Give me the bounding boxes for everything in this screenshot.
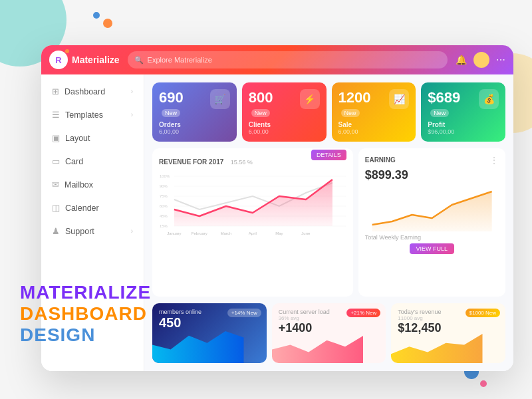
dashboard-icon: ⊞: [52, 86, 59, 96]
logo-letter: R: [55, 55, 61, 65]
sidebar-label-calender: Calender: [65, 203, 99, 213]
sidebar-item-calender[interactable]: ◫ Calender: [41, 196, 144, 219]
clients-icon: ⚡: [300, 89, 320, 109]
chevron-icon-3: ›: [131, 227, 133, 235]
members-badge: +14% New: [227, 309, 261, 317]
logo: R: [49, 51, 68, 69]
sidebar-item-support[interactable]: ♟ Support ›: [41, 219, 144, 243]
brand-line2: DASHBOARD: [20, 303, 151, 325]
svg-text:75%: 75%: [160, 194, 168, 198]
earning-more-icon[interactable]: ⋮: [489, 155, 499, 166]
stat-card-orders: 🛒 690 New Orders 6,00,00: [152, 82, 237, 142]
sale-sub: 6,00,00: [338, 128, 410, 135]
earning-amount: $899.39: [365, 168, 499, 182]
bottom-card-members: members online 450 +14% New: [152, 303, 267, 363]
sidebar-item-mailbox[interactable]: ✉ Mailbox: [41, 173, 144, 196]
svg-text:April: April: [249, 231, 257, 235]
chevron-icon: ›: [131, 88, 133, 95]
dot-decoration-blue: [93, 12, 100, 19]
sidebar-item-card[interactable]: ▭ Card: [41, 150, 144, 173]
charts-row: REVENUE FOR 2017 15.56 % DETAILS 100% 90…: [152, 148, 505, 297]
sale-badge: New: [341, 109, 360, 117]
svg-text:January: January: [167, 231, 181, 235]
stat-card-profit: 💰 $689 New Profit $96,00,00: [421, 82, 505, 142]
sale-label: Sale: [338, 121, 410, 128]
stat-cards: 🛒 690 New Orders 6,00,00 ⚡ 800 New Clien…: [152, 82, 505, 142]
bottom-card-server: Current server load 36% avg +1400 +21% N…: [272, 303, 386, 363]
revenue-badge: $1000 New: [466, 309, 500, 317]
logo-dot: [65, 49, 69, 53]
svg-text:February: February: [192, 231, 207, 235]
earning-chart-panel: EARNING ⋮ $899.39 T: [358, 148, 505, 297]
revenue-number: $12,450: [398, 321, 499, 335]
grid-icon[interactable]: ⋯: [496, 55, 505, 65]
revenue-chart-title: REVENUE FOR 2017: [159, 158, 223, 166]
revenue-chart-panel: REVENUE FOR 2017 15.56 % DETAILS 100% 90…: [152, 148, 353, 297]
chevron-icon-2: ›: [131, 111, 133, 118]
sale-icon: 📈: [389, 89, 409, 109]
search-icon: 🔍: [134, 56, 144, 65]
server-number: +1400: [279, 321, 380, 335]
orders-badge: New: [162, 109, 180, 117]
brand-line1: MATERIALIZE: [20, 282, 151, 303]
bottom-cards: members online 450 +14% New: [152, 303, 505, 363]
members-number: 450: [159, 315, 260, 331]
stat-card-clients: ⚡ 800 New Clients 6,00,00: [242, 82, 327, 142]
header-icons: 🔔 ⋯: [456, 52, 505, 68]
mailbox-icon: ✉: [52, 180, 59, 190]
svg-text:90%: 90%: [160, 184, 168, 188]
svg-marker-12: [174, 180, 332, 226]
earning-chart-title: EARNING: [365, 156, 396, 164]
templates-icon: ☰: [52, 110, 60, 120]
clients-sub: 6,00,00: [249, 128, 320, 135]
svg-text:45%: 45%: [160, 214, 168, 218]
sidebar-label-dashboard: Dashboard: [65, 87, 105, 96]
svg-text:June: June: [301, 231, 311, 235]
svg-text:60%: 60%: [160, 204, 168, 208]
bell-icon[interactable]: 🔔: [456, 55, 467, 65]
bottom-card-revenue: Today's revenue 11000 avg $12,450 $1000 …: [391, 303, 505, 363]
search-placeholder: Explore Matrerialize: [148, 56, 212, 64]
earning-svg: [365, 185, 499, 231]
clients-label: Clients: [249, 121, 320, 128]
main-content: 🛒 690 New Orders 6,00,00 ⚡ 800 New Clien…: [144, 74, 513, 371]
support-icon: ♟: [52, 226, 60, 236]
svg-text:May: May: [275, 231, 283, 235]
orders-icon: 🛒: [210, 89, 230, 109]
view-full-button[interactable]: VIEW FULL: [410, 243, 455, 254]
header: R Materialize 🔍 Explore Matrerialize 🔔 ⋯: [41, 45, 513, 74]
profit-label: Profit: [428, 121, 499, 128]
sidebar-label-card: Card: [65, 157, 83, 166]
earning-sub: Total Weekly Earning: [365, 234, 499, 241]
sidebar-label-mailbox: Mailbox: [65, 180, 93, 190]
sidebar-item-templates[interactable]: ☰ Templates ›: [41, 103, 144, 126]
app-name: Materialize: [72, 55, 120, 65]
calender-icon: ◫: [52, 203, 60, 213]
svg-text:March: March: [221, 231, 232, 235]
dot-decoration-orange: [103, 19, 112, 28]
profit-sub: $96,00,00: [428, 128, 499, 135]
sidebar-label-templates: Templates: [65, 110, 103, 120]
layout-icon: ▣: [52, 133, 60, 143]
avatar[interactable]: [473, 52, 489, 68]
sidebar-item-layout[interactable]: ▣ Layout: [41, 126, 144, 150]
revenue-chart-subtitle: 15.56 %: [231, 159, 253, 166]
revenue-svg: 100% 90% 75% 60% 45% 15%: [159, 170, 346, 236]
server-badge: +21% New: [346, 309, 380, 317]
stat-card-sale: 📈 1200 New Sale 6,00,00: [332, 82, 416, 142]
profit-badge: New: [430, 109, 449, 117]
sidebar-label-support: Support: [65, 227, 94, 236]
brand-text: MATERIALIZE DASHBOARD DESIGN: [20, 282, 151, 346]
orders-sub: 6,00,00: [159, 128, 230, 135]
sidebar-item-dashboard[interactable]: ⊞ Dashboard ›: [41, 80, 144, 103]
details-button[interactable]: DETAILS: [311, 150, 346, 160]
profit-icon: 💰: [479, 89, 499, 109]
sidebar-label-layout: Layout: [65, 134, 90, 143]
search-bar[interactable]: 🔍 Explore Matrerialize: [128, 51, 448, 68]
dot-decoration-pink2: [480, 380, 487, 387]
svg-text:100%: 100%: [160, 174, 170, 178]
clients-badge: New: [251, 109, 270, 117]
svg-marker-20: [152, 331, 244, 363]
card-icon: ▭: [52, 156, 60, 166]
svg-text:15%: 15%: [160, 224, 168, 228]
